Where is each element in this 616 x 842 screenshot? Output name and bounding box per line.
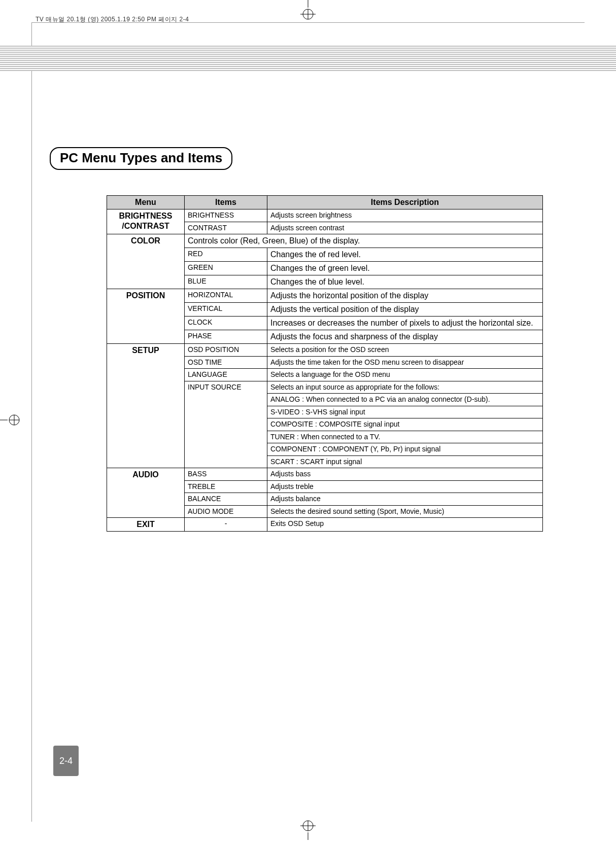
desc-cell: Controls color (Red, Green, Blue) of the… [185, 234, 543, 248]
page-rule-horizontal [31, 22, 585, 23]
item-cell: HORIZONTAL [185, 289, 267, 303]
desc-cell: S-VIDEO : S-VHS signal input [267, 406, 543, 418]
item-cell: LANGUAGE [185, 369, 267, 381]
item-cell-input-source: INPUT SOURCE [185, 381, 267, 468]
desc-cell: Adjusts balance [267, 493, 543, 506]
item-cell: BLUE [185, 275, 267, 289]
item-cell: CONTRAST [185, 222, 267, 234]
section-heading: PC Menu Types and Items [50, 147, 232, 170]
desc-cell: ANALOG : When connected to a PC via an a… [267, 394, 543, 406]
item-cell: OSD TIME [185, 356, 267, 369]
item-cell: RED [185, 248, 267, 262]
desc-cell: Changes the of red level. [267, 248, 543, 262]
item-cell: - [185, 518, 267, 532]
desc-cell: Selects the desired sound setting (Sport… [267, 505, 543, 518]
desc-cell: Exits OSD Setup [267, 518, 543, 532]
crop-mark-top-icon [298, 0, 318, 22]
decorative-stripes [0, 46, 616, 71]
desc-cell: COMPONENT : COMPONENT (Y, Pb, Pr) input … [267, 443, 543, 456]
desc-cell: Adjusts the time taken for the OSD menu … [267, 356, 543, 369]
desc-cell: Adjusts the horizontal position of the d… [267, 289, 543, 303]
table-row: BRIGHTNESS /CONTRAST BRIGHTNESS Adjusts … [107, 209, 543, 222]
item-cell: TREBLE [185, 480, 267, 493]
desc-cell: Adjusts the focus and sharpness of the d… [267, 330, 543, 344]
menu-cell-position: POSITION [107, 289, 185, 344]
item-cell: PHASE [185, 330, 267, 344]
desc-cell: Selects a language for the OSD menu [267, 369, 543, 381]
desc-cell: Changes the of green level. [267, 262, 543, 275]
item-cell: BRIGHTNESS [185, 209, 267, 222]
desc-cell: Selects a position for the OSD screen [267, 344, 543, 357]
document-page: TV 매뉴얼 20.1형 (영) 2005.1.19 2:50 PM 페이지 2… [0, 0, 616, 842]
page-rule-vertical [31, 22, 32, 822]
item-cell: BALANCE [185, 493, 267, 506]
item-cell: AUDIO MODE [185, 505, 267, 518]
desc-cell: Adjusts screen brightness [267, 209, 543, 222]
col-header-menu: Menu [107, 196, 185, 209]
table-row: SETUP OSD POSITION Selects a position fo… [107, 344, 543, 357]
crop-mark-bottom-icon [298, 820, 318, 842]
desc-cell: COMPOSITE : COMPOSITE signal input [267, 418, 543, 431]
desc-cell: Adjusts treble [267, 480, 543, 493]
menu-cell-brightness-contrast: BRIGHTNESS /CONTRAST [107, 209, 185, 234]
col-header-items: Items [185, 196, 267, 209]
col-header-desc: Items Description [267, 196, 543, 209]
menu-cell-color: COLOR [107, 234, 185, 289]
table-row: EXIT - Exits OSD Setup [107, 518, 543, 532]
table-row: AUDIO BASS Adjusts bass [107, 468, 543, 481]
desc-cell: Adjusts screen contrast [267, 222, 543, 234]
table-header-row: Menu Items Items Description [107, 196, 543, 209]
crop-mark-left-icon [0, 410, 20, 432]
desc-cell: Selects an input source as appropriate f… [267, 381, 543, 394]
desc-cell: Adjusts the vertical position of the dis… [267, 303, 543, 317]
desc-cell: TUNER : When connected to a TV. [267, 431, 543, 443]
menu-cell-exit: EXIT [107, 518, 185, 532]
desc-cell: Changes the of blue level. [267, 275, 543, 289]
item-cell: OSD POSITION [185, 344, 267, 357]
table-row: POSITION HORIZONTAL Adjusts the horizont… [107, 289, 543, 303]
desc-cell: Increases or decreases the number of pix… [267, 317, 543, 330]
menu-cell-setup: SETUP [107, 344, 185, 468]
item-cell: VERTICAL [185, 303, 267, 317]
menu-cell-audio: AUDIO [107, 468, 185, 518]
item-cell: GREEN [185, 262, 267, 275]
item-cell: BASS [185, 468, 267, 481]
menu-table: Menu Items Items Description BRIGHTNESS … [107, 195, 543, 532]
item-cell: CLOCK [185, 317, 267, 330]
desc-cell: SCART : SCART input signal [267, 455, 543, 468]
page-number-badge: 2-4 [53, 746, 79, 776]
desc-cell: Adjusts bass [267, 468, 543, 481]
table-row: COLOR Controls color (Red, Green, Blue) … [107, 234, 543, 248]
